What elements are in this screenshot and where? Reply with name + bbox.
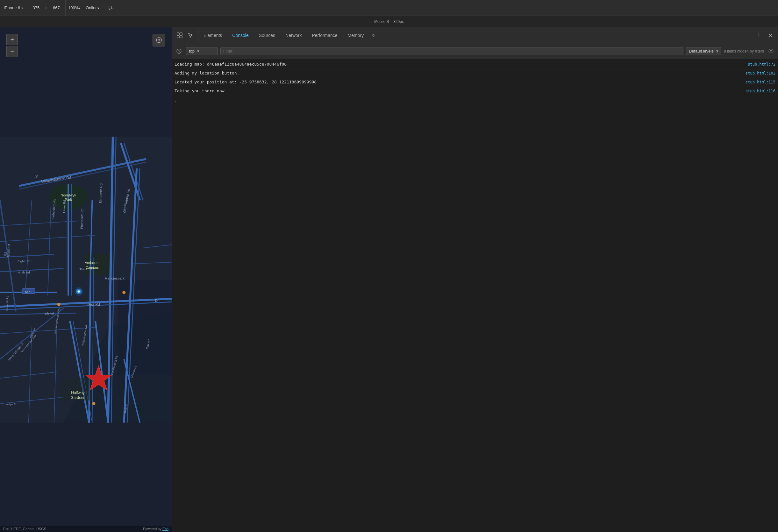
devtools-right-buttons: ⋮ ✕ [751,30,778,40]
svg-text:5th Rd: 5th Rd [45,312,54,315]
inspect-icon [187,32,193,38]
svg-text:D...: D... [155,299,160,302]
console-filter-input[interactable] [220,47,683,55]
devtools-tab-bar: Elements Console Sources Network Perform… [172,27,778,43]
default-levels-label: Default levels [689,49,714,54]
console-message-2: Located your position at: -25.9758632, 2… [172,78,778,87]
attribution-right: Powered by Esri [143,527,168,531]
location-icon [155,36,162,43]
device-label: Mobile S – 320px [374,19,404,24]
main-area: M71 [0,27,778,532]
console-settings-button[interactable] [767,47,775,56]
tab-elements[interactable]: Elements [199,28,227,43]
console-message-source-3[interactable]: stub.html:116 [746,89,775,93]
svg-text:Sixteenth Rd: Sixteenth Rd [98,183,103,203]
devtools-close-button[interactable]: ✕ [765,30,775,40]
svg-text:...Rd: ...Rd [3,252,7,259]
console-message-source-2[interactable]: stub.html:115 [746,80,775,84]
console-message-1: Adding my location button. stub.html:102 [172,69,778,78]
svg-rect-98 [180,36,182,38]
tab-console[interactable]: Console [227,28,253,43]
default-levels-selector[interactable]: Default levels ▾ [686,47,721,55]
devtools-panel: Elements Console Sources Network Perform… [172,27,778,532]
device-name: iPhone 6 [4,5,20,10]
svg-line-100 [177,50,180,53]
resolution-box: × [27,0,66,16]
svg-rect-8 [84,254,113,275]
console-output: Loading map: d46eaef12c0a4864aec85c87084… [172,59,778,532]
svg-text:ertyn St: ertyn St [6,403,16,406]
svg-rect-95 [177,33,179,35]
responsive-svg [107,5,114,11]
network-value: Online [86,5,98,10]
cursor-icon-button[interactable] [174,30,185,40]
zoom-chevron-icon [79,5,80,10]
device-chevron-icon [21,5,23,10]
svg-text:New Rd: New Rd [87,302,100,306]
console-context-selector[interactable]: top ▾ [186,47,218,55]
map-attribution: Esri, HERE, Garmin, USGS Powered by Esri [0,526,172,532]
tab-performance[interactable]: Performance [307,28,342,43]
console-message-source-1[interactable]: stub.html:102 [746,71,775,76]
device-selector[interactable]: iPhone 6 [0,0,27,16]
prompt-arrow-icon: › [174,99,176,104]
console-prompt-line[interactable]: › [172,96,778,106]
tab-network[interactable]: Network [280,28,307,43]
svg-point-86 [78,290,80,292]
svg-text:Noordwyk: Noordwyk [61,193,76,197]
inspect-icon-button[interactable] [185,30,196,40]
zoom-in-button[interactable]: + [6,34,18,45]
console-message-0: Loading map: d46eaef12c0a4864aec85c87084… [172,61,778,69]
zoom-box[interactable]: 100% [66,0,83,16]
console-message-text-1: Adding my location button. [174,71,743,76]
items-hidden-label: 8 items hidden by filters [724,49,764,54]
svg-text:Seventh Rd: Seventh Rd [5,296,9,311]
console-message-text-3: Taking you there now. [174,89,743,93]
map-controls: + − [6,34,18,57]
cursor-icon [177,32,182,38]
svg-text:Campus: Campus [86,266,99,269]
console-context-value: top [189,49,194,54]
console-block-button[interactable] [174,47,183,56]
attribution-link[interactable]: Esri [162,527,168,531]
settings-icon [768,49,774,54]
svg-text:Rietspruit: Rietspruit [7,244,10,258]
network-box[interactable]: Online [83,0,102,16]
svg-text:ge...: ge... [35,174,41,178]
context-dropdown-icon: ▾ [197,49,200,54]
device-label-bar: Mobile S – 320px [0,16,778,27]
dimension-separator: × [44,5,49,10]
tab-more-button[interactable]: » [369,32,377,38]
svg-text:Halfway: Halfway [71,391,85,395]
svg-point-81 [57,303,61,306]
svg-text:Fourteenth Rd: Fourteenth Rd [80,208,84,229]
svg-rect-97 [177,36,179,38]
svg-rect-96 [180,33,182,35]
width-input[interactable] [29,5,43,10]
tab-memory[interactable]: Memory [343,28,369,43]
svg-point-90 [158,39,160,41]
devtools-more-button[interactable]: ⋮ [754,30,764,40]
console-toolbar: top ▾ Default levels ▾ 8 items hidden by… [172,43,778,59]
svg-point-80 [122,291,126,294]
device-dropdown[interactable]: iPhone 6 [4,5,23,10]
svg-text:Vodacom: Vodacom [85,261,100,265]
console-message-text-2: Located your position at: -25.9758632, 2… [174,80,743,84]
tab-sources[interactable]: Sources [254,28,280,43]
responsive-icon[interactable] [105,2,116,14]
map-svg: M71 [0,27,172,532]
zoom-value: 100% [68,5,79,10]
block-icon [176,49,182,54]
network-chevron-icon [98,5,99,10]
height-input[interactable] [50,5,63,10]
zoom-out-button[interactable]: − [6,46,18,57]
svg-text:Randjespark: Randjespark [105,276,125,280]
map-container[interactable]: M71 [0,27,172,532]
svg-text:Lever Rd: Lever Rd [62,200,66,213]
svg-text:Ninth Rd: Ninth Rd [17,271,30,274]
svg-text:M71: M71 [25,290,32,294]
location-button[interactable] [153,34,165,47]
svg-rect-1 [112,7,113,9]
svg-point-82 [92,402,95,405]
console-message-source-0[interactable]: stub.html:72 [748,62,775,67]
